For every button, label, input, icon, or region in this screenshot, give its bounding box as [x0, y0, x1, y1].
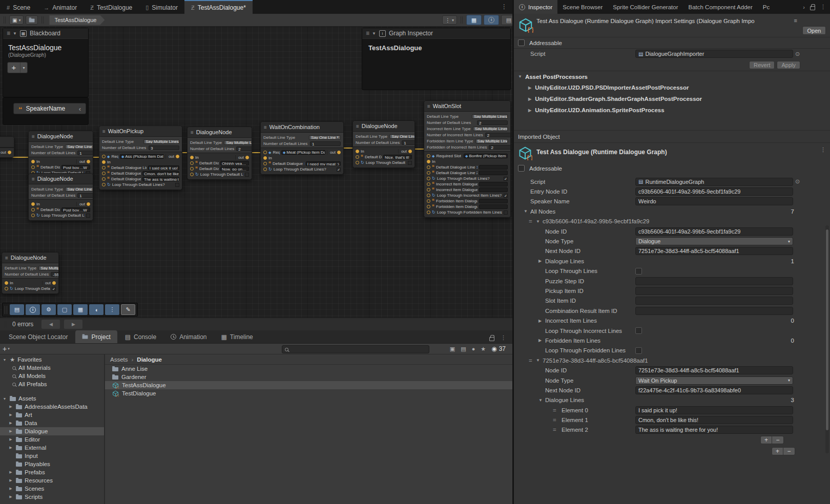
- tree-item-input[interactable]: Input: [0, 452, 104, 460]
- data-port-icon[interactable]: [31, 165, 35, 169]
- presets-icon[interactable]: ≡: [794, 17, 797, 24]
- input-port-icon[interactable]: [102, 160, 106, 164]
- tab-inspector[interactable]: iInspector: [514, 0, 557, 14]
- data-port-icon[interactable]: [102, 155, 106, 158]
- tab-batch-component-adder[interactable]: Batch Component Adder: [683, 0, 758, 14]
- foldout-closed-icon[interactable]: ▶: [8, 470, 13, 474]
- tree-item-art[interactable]: ▶Art: [0, 411, 104, 419]
- save-button[interactable]: ▣▾: [9, 15, 24, 25]
- search-by-type-icon[interactable]: ▣: [450, 346, 455, 352]
- tree-item-dialogue[interactable]: ▶Dialogue: [0, 427, 104, 435]
- port-text-field[interactable]: [479, 204, 508, 209]
- graph-node-waitonpickup[interactable]: ≡WaitOnPickupDefault Line TypeSay Multip…: [99, 125, 182, 190]
- object-field[interactable]: ◆Ass (Pickup Item Data)⊙: [120, 154, 164, 159]
- graph-inspector-panel[interactable]: ≡ ▼ i Graph Inspector TestAssDialogue: [362, 28, 511, 90]
- next-error-button[interactable]: ▶: [64, 320, 82, 329]
- input-port-icon[interactable]: [31, 202, 35, 206]
- foldout-closed-icon[interactable]: ▶: [8, 446, 13, 450]
- data-port-icon[interactable]: [31, 214, 35, 217]
- port-checkbox[interactable]: [408, 161, 412, 165]
- postprocessor-item[interactable]: ▶UnityEditor.ShaderGraph.ShaderGraphAsse…: [514, 93, 830, 104]
- field-input[interactable]: 1: [77, 193, 93, 198]
- field-input[interactable]: 2: [489, 145, 511, 150]
- data-port-icon[interactable]: [263, 167, 267, 171]
- foldout-closed-icon[interactable]: ▶: [8, 495, 13, 499]
- blackboard-toggle-button[interactable]: ▦: [466, 15, 482, 25]
- data-port-icon[interactable]: [190, 167, 194, 171]
- window-view-button[interactable]: ▢: [57, 304, 72, 315]
- port-text-field[interactable]: Cmon, don't be like this!: [142, 171, 179, 176]
- data-port-icon[interactable]: [263, 162, 267, 165]
- data-port-icon[interactable]: [102, 177, 106, 181]
- tab-scene-browser[interactable]: Scene Browser: [557, 0, 608, 14]
- output-port-icon[interactable]: [245, 156, 249, 159]
- field-input[interactable]: 2: [236, 146, 252, 151]
- tab-scene-object-locator[interactable]: Scene Object Locator: [2, 330, 74, 343]
- property-value-field[interactable]: f22a475e-4c2f-41c6-9b73-6a83498abfe0: [635, 386, 793, 394]
- tab-testdialogue[interactable]: ƵTestDialogue: [84, 0, 139, 14]
- output-port[interactable]: out: [165, 154, 179, 159]
- tab-animator[interactable]: →Animator: [37, 0, 84, 14]
- input-port-icon[interactable]: [31, 160, 35, 163]
- field-dropdown[interactable]: Say Multiple Lines▾: [224, 140, 252, 145]
- graph-node-waitoncombination[interactable]: ≡WaitOnCombinationDefault Line TypeSay O…: [260, 121, 344, 175]
- tree-item-data[interactable]: ▶Data: [0, 419, 104, 427]
- inspector-kebab-icon[interactable]: ⋮: [820, 4, 826, 10]
- tab-scroll-right-icon[interactable]: ›: [803, 4, 805, 10]
- graph-options-button[interactable]: ⋮▾: [442, 15, 457, 25]
- data-port-icon[interactable]: [427, 165, 430, 169]
- saved-search-icon[interactable]: ●: [472, 346, 475, 352]
- tools-button[interactable]: ⚙: [42, 304, 56, 315]
- output-port-icon[interactable]: [52, 281, 56, 285]
- foldout-closed-icon[interactable]: ▶: [538, 319, 542, 323]
- port-text-field[interactable]: Post boy…W: [61, 165, 90, 170]
- array-size-value[interactable]: 7: [791, 208, 794, 215]
- drag-handle-icon[interactable]: ≡: [366, 30, 369, 37]
- property-value-field[interactable]: [635, 307, 793, 315]
- output-port[interactable]: out: [327, 150, 341, 155]
- data-port-icon[interactable]: [190, 161, 194, 165]
- output-port-icon[interactable]: [408, 150, 412, 153]
- tab-testassdialogue[interactable]: ƵTestAssDialogue*: [184, 0, 253, 14]
- output-port-icon[interactable]: [337, 151, 341, 154]
- info-view-button[interactable]: i: [26, 304, 40, 315]
- blackboard-field-speakername[interactable]: “ SpeakerName ‹: [13, 103, 86, 114]
- tree-item-editor[interactable]: ▶Editor: [0, 435, 104, 444]
- field-input[interactable]: 2: [485, 133, 511, 137]
- data-port-icon[interactable]: [263, 151, 267, 154]
- foldout-open-icon[interactable]: ▼: [538, 398, 543, 403]
- graph-node-dialoguenode[interactable]: ≡DialogueNodeDefault Line TypeSay Multip…: [187, 127, 252, 180]
- tab-simulator[interactable]: ▯Simulator: [139, 0, 184, 14]
- blackboard-header[interactable]: ≡ ▼ ▦ Blackboard: [3, 28, 88, 39]
- data-port-icon[interactable]: [5, 287, 8, 290]
- foldout-closed-icon[interactable]: ▶: [528, 97, 531, 101]
- drag-handle-icon[interactable]: =: [553, 407, 556, 413]
- field-dropdown[interactable]: Say Multiple Lines▾: [472, 114, 508, 119]
- file-gardener[interactable]: Gardener: [105, 373, 512, 381]
- port-text-field[interactable]: [479, 171, 508, 175]
- tab-console[interactable]: ▤Console: [118, 330, 163, 343]
- input-port-icon[interactable]: [190, 156, 194, 159]
- collapse-arrow-icon[interactable]: ▼: [372, 31, 376, 36]
- field-input[interactable]: 1: [402, 140, 415, 145]
- inspector-lock-icon[interactable]: [810, 6, 815, 10]
- blackboard-panel[interactable]: ≡ ▼ ▦ Blackboard TestAssDialogue (Dialog…: [3, 28, 89, 97]
- tab-pc[interactable]: Pc: [758, 0, 775, 14]
- port-text-field[interactable]: I need my meat :): [306, 161, 341, 166]
- port-checkbox[interactable]: ✓: [337, 167, 341, 172]
- port-text-field[interactable]: [479, 199, 508, 203]
- port-text-field[interactable]: Now, go on…: [220, 166, 249, 171]
- eye-icon[interactable]: ◉: [491, 345, 496, 352]
- window-kebab-icon[interactable]: ⋮: [501, 0, 512, 14]
- output-port-icon[interactable]: [87, 160, 90, 163]
- drag-handle-icon[interactable]: =: [553, 427, 556, 433]
- property-checkbox[interactable]: [635, 327, 642, 334]
- graph-node-dialoguenode[interactable]: ≡DialogueNodeDefault Line TypeSay One Li…: [28, 173, 93, 221]
- foldout-open-icon[interactable]: ▼: [2, 397, 7, 401]
- revert-button[interactable]: Revert: [749, 61, 775, 69]
- drag-handle-icon[interactable]: ≡: [7, 30, 10, 37]
- postprocessors-foldout[interactable]: ▼ Asset PostProcessors: [514, 71, 830, 82]
- data-port-icon[interactable]: [102, 183, 106, 186]
- object-field[interactable]: ◆Meat (Pickup Item Data)⊙: [281, 150, 325, 155]
- object-picker-icon[interactable]: ⊙: [795, 51, 800, 57]
